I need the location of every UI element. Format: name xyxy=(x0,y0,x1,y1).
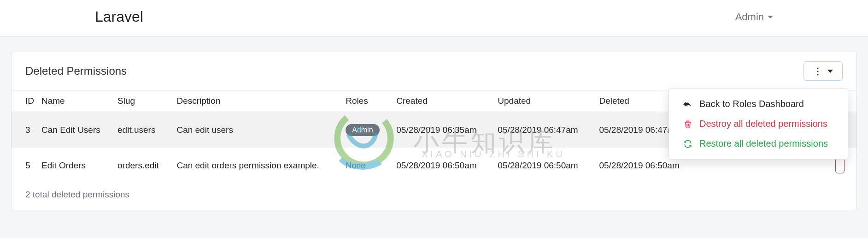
cell-slug: edit.users xyxy=(114,112,173,148)
reply-all-icon xyxy=(683,100,693,109)
navbar: Laravel Admin xyxy=(0,0,868,37)
cell-id: 5 xyxy=(12,148,38,183)
th-description: Description xyxy=(173,90,342,112)
menu-destroy-label: Destroy all deleted permissions xyxy=(699,119,827,129)
card-actions-menu: Back to Roles Dashboard Destroy all dele… xyxy=(669,88,848,160)
refresh-icon xyxy=(683,139,693,149)
user-menu-label: Admin xyxy=(735,11,764,23)
card-actions-button[interactable]: ⋮ xyxy=(803,61,843,81)
menu-back-to-roles[interactable]: Back to Roles Dashboard xyxy=(669,94,848,114)
brand-link[interactable]: Laravel xyxy=(95,8,143,25)
th-created: Created xyxy=(393,90,494,112)
trash-icon xyxy=(683,119,693,129)
card-title: Deleted Permissions xyxy=(25,65,127,77)
cell-slug: orders.edit xyxy=(114,148,173,183)
kebab-icon: ⋮ xyxy=(813,66,822,76)
cell-created: 05/28/2019 06:50am xyxy=(393,148,494,183)
cell-updated: 05/28/2019 06:47am xyxy=(494,112,595,148)
th-slug: Slug xyxy=(114,90,173,112)
navbar-inner: Laravel Admin xyxy=(0,8,868,25)
role-badge-none: None xyxy=(346,161,365,170)
menu-restore-all[interactable]: Restore all deleted permissions xyxy=(669,134,848,154)
cell-description: Can edit users xyxy=(173,112,342,148)
caret-down-icon xyxy=(827,70,833,73)
user-menu[interactable]: Admin xyxy=(735,11,773,23)
th-roles: Roles xyxy=(342,90,393,112)
role-badge: Admin xyxy=(346,124,379,136)
card-footer: 2 total deleted permissions xyxy=(12,183,856,210)
menu-back-label: Back to Roles Dashboard xyxy=(699,99,804,109)
cell-created: 05/28/2019 06:35am xyxy=(393,112,494,148)
permissions-card: Deleted Permissions ⋮ ID Name Slug Descr… xyxy=(11,52,857,210)
content: Deleted Permissions ⋮ ID Name Slug Descr… xyxy=(0,37,868,210)
cell-name: Edit Orders xyxy=(38,148,114,183)
th-id: ID xyxy=(12,90,38,112)
chevron-down-icon xyxy=(768,16,773,18)
cell-description: Can edit orders permission example. xyxy=(173,148,342,183)
cell-name: Can Edit Users xyxy=(38,112,114,148)
cell-roles: Admin xyxy=(342,112,393,148)
th-updated: Updated xyxy=(494,90,595,112)
menu-destroy-all[interactable]: Destroy all deleted permissions xyxy=(669,114,848,134)
cell-id: 3 xyxy=(12,112,38,148)
th-name: Name xyxy=(38,90,114,112)
card-header: Deleted Permissions ⋮ xyxy=(12,52,856,90)
cell-updated: 05/28/2019 06:50am xyxy=(494,148,595,183)
menu-restore-label: Restore all deleted permissions xyxy=(699,138,828,149)
cell-roles: None xyxy=(342,148,393,183)
